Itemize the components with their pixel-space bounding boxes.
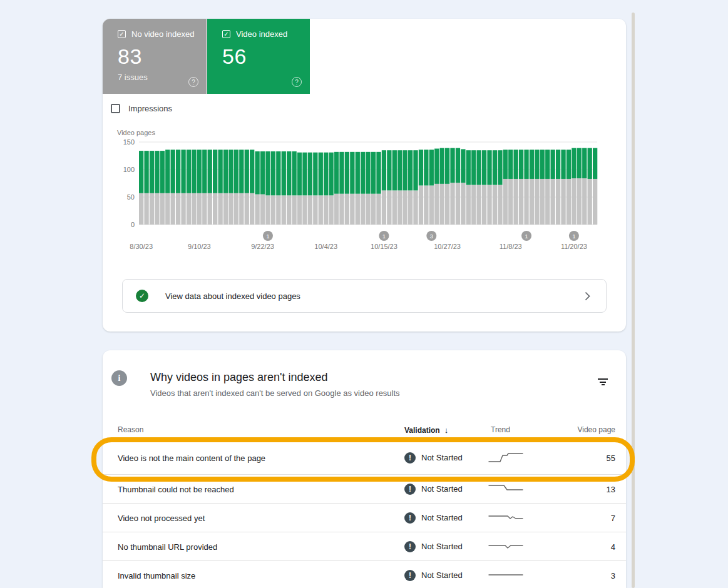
trend-sparkline: [488, 480, 525, 499]
not-started-exclamation-icon: !: [404, 570, 416, 581]
svg-text:11/8/23: 11/8/23: [500, 243, 522, 250]
banner-label: View data about indexed video pages: [165, 291, 585, 301]
not-started-exclamation-icon: !: [404, 512, 416, 524]
tile-count: 83: [118, 44, 207, 69]
svg-text:100: 100: [123, 166, 135, 173]
video-pages-count: 55: [607, 453, 615, 462]
video-pages-count: 7: [611, 513, 615, 522]
video-indexing-report-page: ✓ No video indexed 83 7 issues ? ✓ Video…: [0, 0, 728, 588]
trend-sparkline: [488, 537, 525, 556]
video-pages-count: 3: [611, 570, 615, 580]
issue-row[interactable]: No thumbnail URL provided!Not Started4: [103, 532, 626, 560]
issues-table-body: Video is not the main content of the pag…: [103, 440, 626, 588]
column-header-validation[interactable]: Validation ↓: [404, 425, 448, 435]
svg-text:9/22/23: 9/22/23: [251, 243, 274, 250]
svg-text:10/27/23: 10/27/23: [434, 243, 461, 250]
issue-reason-link[interactable]: Video not processed yet: [118, 513, 205, 522]
svg-text:150: 150: [123, 138, 135, 146]
issue-row[interactable]: Video is not the main content of the pag…: [103, 440, 626, 474]
svg-text:50: 50: [127, 193, 135, 201]
svg-text:10/4/23: 10/4/23: [314, 243, 337, 250]
panel-subtitle: Videos that aren't indexed can't be serv…: [150, 388, 400, 398]
validation-label: Not Started: [421, 453, 463, 462]
issue-reason-link[interactable]: No thumbnail URL provided: [118, 542, 217, 551]
view-data-banner[interactable]: ✓ View data about indexed video pages: [122, 279, 607, 313]
issue-row[interactable]: Video not processed yet!Not Started7: [103, 503, 626, 532]
video-pages-count: 4: [611, 542, 615, 551]
trend-sparkline: [488, 566, 525, 585]
trend-sparkline: [488, 509, 525, 527]
success-check-icon: ✓: [136, 290, 148, 302]
chevron-right-icon: [585, 291, 590, 301]
svg-text:1: 1: [266, 233, 269, 240]
checkbox-no-video-indexed-checked[interactable]: ✓: [118, 30, 126, 38]
issues-table-header: Reason Validation ↓ Trend Video page: [103, 418, 626, 440]
tile-count: 56: [222, 44, 310, 69]
column-header-video-page[interactable]: Video page: [577, 425, 615, 434]
impressions-label: Impressions: [128, 104, 172, 113]
validation-label: Not Started: [421, 542, 463, 551]
tile-no-video-indexed[interactable]: ✓ No video indexed 83 7 issues ?: [103, 19, 207, 94]
not-started-exclamation-icon: !: [404, 484, 416, 495]
issue-reason-link[interactable]: Thumbnail could not be reached: [118, 484, 234, 494]
svg-text:1: 1: [525, 233, 528, 240]
svg-text:9/10/23: 9/10/23: [188, 243, 211, 250]
validation-status: !Not Started: [404, 570, 463, 581]
svg-text:0: 0: [131, 221, 135, 228]
issue-row[interactable]: Thumbnail could not be reached!Not Start…: [103, 474, 626, 503]
column-header-trend[interactable]: Trend: [491, 425, 510, 434]
indexed-pages-stacked-bar-chart[interactable]: 050100150113118/30/239/10/239/22/2310/4/…: [116, 138, 598, 253]
validation-label: Not Started: [421, 484, 463, 494]
not-started-exclamation-icon: !: [404, 452, 416, 464]
validation-label: Not Started: [421, 570, 463, 580]
issue-row[interactable]: Invalid thumbnail size!Not Started3: [103, 560, 626, 588]
impressions-checkbox-unchecked[interactable]: [111, 104, 120, 113]
svg-text:11/20/23: 11/20/23: [561, 243, 587, 250]
info-icon: i: [111, 370, 127, 386]
video-indexing-chart-card: ✓ No video indexed 83 7 issues ? ✓ Video…: [103, 19, 626, 332]
column-header-validation-label: Validation: [404, 426, 440, 435]
validation-label: Not Started: [421, 513, 463, 522]
chart-bars: [139, 148, 597, 225]
chart-event-badges: 11311: [263, 231, 579, 241]
not-started-exclamation-icon: !: [404, 541, 416, 552]
issue-reason-link[interactable]: Invalid thumbnail size: [118, 570, 195, 580]
checkbox-video-indexed-checked[interactable]: ✓: [222, 30, 230, 38]
impressions-toggle[interactable]: Impressions: [111, 104, 172, 113]
help-icon[interactable]: ?: [292, 77, 302, 87]
validation-status: !Not Started: [404, 512, 463, 524]
svg-text:10/15/23: 10/15/23: [371, 243, 397, 250]
tile-video-indexed[interactable]: ✓ Video indexed 56 ?: [207, 19, 310, 94]
validation-status: !Not Started: [404, 484, 463, 495]
validation-status: !Not Started: [404, 541, 463, 552]
trend-sparkline: [488, 449, 525, 467]
tile-label: No video indexed: [131, 29, 194, 39]
vertical-scrollbar[interactable]: [632, 13, 635, 588]
help-icon[interactable]: ?: [188, 77, 198, 87]
validation-status: !Not Started: [404, 452, 463, 464]
panel-title: Why videos in pages aren't indexed: [150, 371, 328, 384]
svg-text:3: 3: [430, 233, 433, 240]
y-axis-title: Video pages: [117, 129, 155, 136]
tile-label: Video indexed: [236, 29, 287, 39]
video-pages-count: 13: [607, 484, 615, 494]
svg-text:8/30/23: 8/30/23: [130, 243, 153, 250]
issue-reason-link[interactable]: Video is not the main content of the pag…: [118, 453, 265, 462]
filter-icon[interactable]: [597, 378, 608, 386]
indexing-issues-card: i Why videos in pages aren't indexed Vid…: [103, 350, 626, 588]
svg-text:1: 1: [572, 233, 575, 240]
column-header-reason[interactable]: Reason: [118, 425, 143, 434]
sort-descending-icon: ↓: [444, 425, 449, 435]
chart-x-axis-labels: 8/30/239/10/239/22/2310/4/2310/15/2310/2…: [130, 243, 587, 250]
svg-text:1: 1: [382, 233, 386, 240]
